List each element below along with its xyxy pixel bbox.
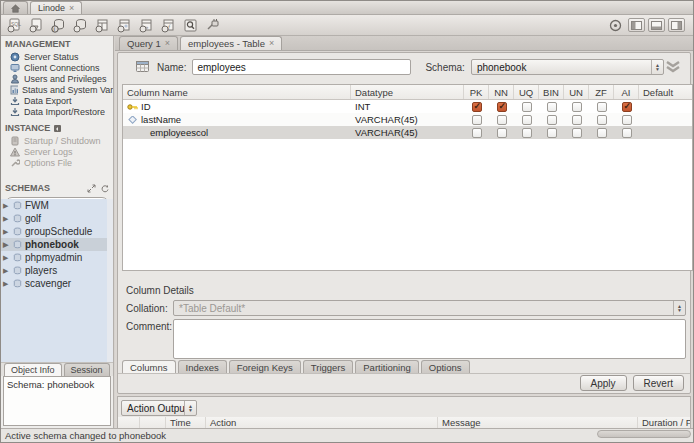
horizontal-scrollbar-thumb[interactable] (597, 430, 691, 438)
header-default[interactable]: Default (639, 85, 692, 99)
header-un[interactable]: UN (564, 85, 589, 99)
sidebar-item-server-logs[interactable]: Server Logs (1, 146, 113, 157)
tab-session[interactable]: Session (64, 363, 110, 376)
reconnect-server-icon[interactable] (203, 16, 222, 34)
checkbox-ai[interactable] (622, 115, 632, 125)
connection-tab-linode[interactable]: Linode × (30, 1, 82, 14)
refresh-schemas-icon[interactable] (100, 184, 109, 193)
tab-indexes[interactable]: Indexes (178, 360, 227, 373)
header-pk[interactable]: PK (464, 85, 489, 99)
schema-item-phpmyadmin[interactable]: ▶ phpmyadmin (1, 251, 107, 264)
table-name-input[interactable] (192, 59, 411, 75)
expander-icon[interactable]: ▶ (3, 280, 10, 288)
checkbox-bin[interactable] (547, 128, 557, 138)
header-duration-fetch[interactable]: Duration / Fetch (638, 417, 690, 428)
header-nn[interactable]: NN (489, 85, 514, 99)
checkbox-nn[interactable] (497, 128, 507, 138)
schema-item-phonebook[interactable]: ▶ phonebook (1, 238, 107, 251)
create-view-icon[interactable] (115, 16, 134, 34)
close-icon[interactable]: × (69, 4, 74, 13)
collation-combobox[interactable]: *Table Default* ▲▼ (173, 300, 686, 316)
create-function-icon[interactable]: f (159, 16, 178, 34)
toggle-bottom-panel-button[interactable] (648, 18, 665, 32)
close-icon[interactable]: × (165, 39, 170, 48)
output-selector[interactable]: Action Output ▲▼ (121, 400, 197, 416)
tab-triggers[interactable]: Triggers (303, 360, 354, 373)
checkbox-pk[interactable] (472, 128, 482, 138)
expander-icon[interactable]: ▶ (3, 215, 10, 223)
schema-item-players[interactable]: ▶ players (1, 264, 107, 277)
tab-foreign-keys[interactable]: Foreign Keys (229, 360, 301, 373)
tab-object-info[interactable]: Object Info (4, 363, 62, 376)
checkbox-nn[interactable] (497, 102, 507, 112)
checkbox-zf[interactable] (597, 128, 607, 138)
schema-list-scrollbar[interactable] (107, 199, 113, 362)
instance-rescan-icon[interactable] (53, 124, 62, 133)
tab-employees-table[interactable]: employees - Table × (180, 36, 282, 50)
tab-partitioning[interactable]: Partitioning (355, 360, 419, 373)
expand-panel-icon[interactable] (87, 184, 96, 193)
expander-icon[interactable]: ▶ (3, 228, 10, 236)
sidebar-item-options-file[interactable]: Options File (1, 157, 113, 168)
schema-item-fwm[interactable]: ▶ FWM (1, 199, 107, 212)
checkbox-un[interactable] (572, 102, 582, 112)
expander-icon[interactable]: ▶ (3, 254, 10, 262)
sidebar-item-server-status[interactable]: Server Status (1, 51, 113, 62)
create-table-icon[interactable] (93, 16, 112, 34)
create-procedure-icon[interactable]: » (137, 16, 156, 34)
home-tab[interactable] (3, 1, 28, 14)
spinner-icon[interactable]: ▲▼ (673, 301, 685, 315)
sidebar-item-status-system-variables[interactable]: Status and System Variables (1, 84, 113, 95)
schema-item-golf[interactable]: ▶ golf (1, 212, 107, 225)
sidebar-item-client-connections[interactable]: Client Connections (1, 62, 113, 73)
header-bin[interactable]: BIN (539, 85, 564, 99)
header-ai[interactable]: AI (614, 85, 639, 99)
schema-item-scavenger[interactable]: ▶ scavenger (1, 277, 107, 290)
sidebar-item-startup-shutdown[interactable]: Startup / Shutdown (1, 135, 113, 146)
new-sql-tab-icon[interactable]: SQL (5, 16, 24, 34)
create-table-db-icon[interactable] (71, 16, 90, 34)
checkbox-bin[interactable] (547, 102, 557, 112)
toggle-right-sidebar-button[interactable] (668, 18, 685, 32)
checkbox-zf[interactable] (597, 102, 607, 112)
header-datatype[interactable]: Datatype (351, 85, 464, 99)
checkbox-ai[interactable] (622, 102, 632, 112)
checkbox-bin[interactable] (547, 115, 557, 125)
header-message[interactable]: Message (438, 417, 638, 428)
checkbox-un[interactable] (572, 115, 582, 125)
header-column-name[interactable]: Column Name (123, 85, 351, 99)
expander-icon[interactable]: ▶ (3, 267, 10, 275)
column-row-lastname[interactable]: lastName VARCHAR(45) (123, 113, 692, 126)
apply-button[interactable]: Apply (580, 375, 627, 391)
create-schema-icon[interactable]: i (49, 16, 68, 34)
comment-textarea[interactable] (173, 319, 686, 359)
header-time[interactable]: Time (166, 417, 206, 428)
checkbox-pk[interactable] (472, 102, 482, 112)
tab-options[interactable]: Options (421, 360, 470, 373)
schema-combobox[interactable]: phonebook ▲▼ (471, 59, 664, 75)
checkbox-uq[interactable] (522, 115, 532, 125)
header-zf[interactable]: ZF (589, 85, 614, 99)
sidebar-item-users-privileges[interactable]: Users and Privileges (1, 73, 113, 84)
checkbox-uq[interactable] (522, 128, 532, 138)
sidebar-item-data-export[interactable]: Data Export (1, 95, 113, 106)
sidebar-item-data-import[interactable]: Data Import/Restore (1, 106, 113, 117)
toggle-left-sidebar-button[interactable] (628, 18, 645, 32)
tab-columns[interactable]: Columns (122, 360, 176, 373)
schema-item-groupschedule[interactable]: ▶ groupSchedule (1, 225, 107, 238)
expander-icon[interactable]: ▶ (3, 241, 10, 249)
tab-query-1[interactable]: Query 1 × (119, 36, 178, 50)
header-action[interactable]: Action (206, 417, 438, 428)
checkbox-zf[interactable] (597, 115, 607, 125)
search-objects-icon[interactable] (181, 16, 200, 34)
open-sql-script-icon[interactable] (27, 16, 46, 34)
header-uq[interactable]: UQ (514, 85, 539, 99)
expand-form-button[interactable] (664, 60, 682, 74)
revert-button[interactable]: Revert (633, 375, 684, 391)
column-row-id[interactable]: ID INT (123, 100, 692, 113)
column-row-employeescol[interactable]: employeescol VARCHAR(45) (123, 126, 692, 139)
spinner-icon[interactable]: ▲▼ (184, 401, 196, 415)
close-icon[interactable]: × (269, 39, 274, 48)
checkbox-nn[interactable] (497, 115, 507, 125)
checkbox-uq[interactable] (522, 102, 532, 112)
